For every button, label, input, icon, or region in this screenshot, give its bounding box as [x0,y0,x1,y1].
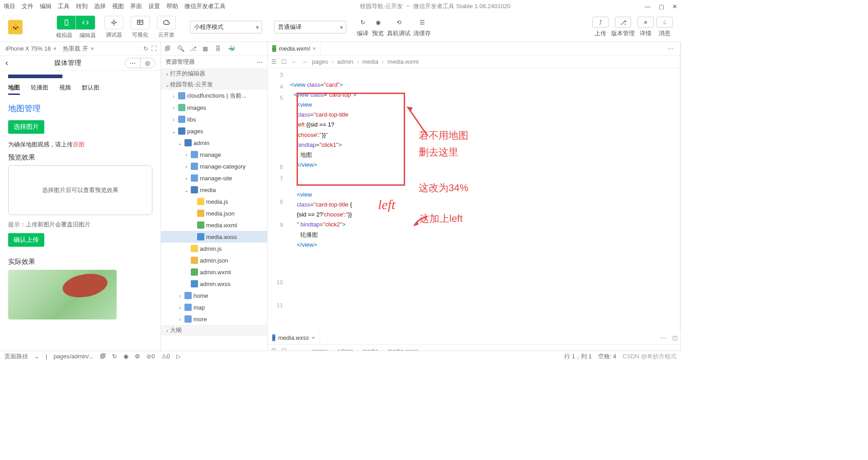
tree-item[interactable]: ›manage-category [161,160,267,172]
debugger-toggle[interactable] [104,16,123,29]
nav-fwd-icon[interactable]: → [302,58,307,65]
stat-icon[interactable]: ⚠0 [161,353,170,360]
visual-toggle[interactable] [131,16,150,29]
tree-item[interactable]: ›libs [161,113,267,125]
open-editors-section[interactable]: ›打开的编辑器 [161,68,267,79]
upload-button[interactable]: ⤴上传 [592,17,609,38]
maximize-icon[interactable]: ▢ [659,3,664,10]
cursor-pos[interactable]: 行 1，列 1 [564,352,592,361]
menu-item[interactable]: 项目 [4,2,15,10]
back-icon[interactable] [5,58,11,68]
hotreload-select[interactable]: 热重载 开 [61,44,96,54]
bookmark-icon[interactable]: ☐ [281,58,287,65]
tab-overflow-icon[interactable]: ⋯ [657,334,670,341]
capsule-close-icon[interactable]: ◎ [141,58,155,68]
more-icon[interactable]: ⋯ [257,59,263,66]
cloud-toggle[interactable] [157,16,176,29]
nav-back-icon[interactable]: ← [291,58,297,65]
tab-media-wxml[interactable]: ‹› media.wxml × [268,42,321,55]
tree-item[interactable]: media.js [161,196,267,207]
confirm-upload-button[interactable]: 确认上传 [8,233,44,247]
stat-icon[interactable]: ⚙ [135,353,140,360]
version-button[interactable]: ⎇版本管理 [611,17,635,38]
capsule-button[interactable]: ⋯◎ [125,58,155,68]
split-icon[interactable]: ◫ [672,334,678,341]
menu-item[interactable]: 视图 [112,2,124,10]
menu-item[interactable]: 工具 [58,2,70,10]
sim-expand-icon[interactable]: ⛶ [151,45,157,52]
minimize-icon[interactable]: — [645,3,651,10]
menu-item[interactable]: 文件 [22,2,33,10]
ext-icon[interactable]: ▦ [203,45,211,52]
stat-icon[interactable]: 🗐 [100,353,106,360]
tree-item[interactable]: ›manage-site [161,172,267,184]
clear-cache-button[interactable]: ☰清缓存 [413,17,431,38]
device-select[interactable]: iPhone X 75% 16 [4,44,58,53]
indent-info[interactable]: 空格: 4 [598,352,616,361]
tree-item[interactable]: admin.json [161,254,267,266]
compile-select[interactable]: 普通编译 [274,21,346,33]
branch-icon[interactable]: ⎇ [190,45,198,52]
close-tab-icon[interactable]: × [311,334,315,341]
tree-item[interactable]: ⌄admin [161,137,267,149]
tree-item[interactable]: ›home [161,290,267,301]
capsule-menu-icon[interactable]: ⋯ [125,58,141,68]
stat-icon[interactable]: ▷ [176,353,181,360]
editor-toggle[interactable] [76,16,95,29]
files-icon[interactable]: 🗐 [165,45,173,52]
tree-item[interactable]: ›cloudfunctions | 当前... [161,90,267,102]
menu-item[interactable]: 编辑 [40,2,52,10]
real-debug-button[interactable]: ⟲真机调试 [387,17,410,38]
media-tab[interactable]: 视频 [59,84,71,95]
tab-overflow-icon[interactable]: ⋯ [665,45,677,52]
tree-item[interactable]: media.wxml [161,219,267,231]
stat-icon[interactable]: ↻ [112,353,117,360]
menu-item[interactable]: 微信开发者工具 [184,2,226,10]
breadcrumb[interactable]: pagesadminmediamedia.wxml [312,58,419,65]
media-tab[interactable]: 默认图 [82,84,99,95]
menu-item[interactable]: 转到 [76,2,88,10]
message-button[interactable]: ♤消息 [656,17,673,38]
tree-item[interactable]: media.wxss [161,231,267,243]
tree-item[interactable]: admin.wxss [161,278,267,290]
code-content[interactable]: <view class="card"> <view class="card-to… [288,68,680,331]
tree-item[interactable]: ›more [161,313,267,325]
tree-item[interactable]: ⌄media [161,184,267,196]
detail-button[interactable]: ≡详情 [637,17,654,38]
breadcrumb[interactable]: pagesadminmediamedia.wxss [312,347,418,351]
menu-item[interactable]: 界面 [130,2,142,10]
search-icon[interactable]: 🔍 [177,45,185,52]
nav-back-icon[interactable]: ← [291,347,297,351]
tree-item[interactable]: media.json [161,207,267,219]
list-icon[interactable]: ☰ [271,347,277,351]
list-icon[interactable]: ☰ [271,58,277,65]
tree-item[interactable]: ›manage [161,149,267,160]
choose-image-button[interactable]: 选择图片 [8,120,44,134]
stat-icon[interactable]: ◉ [123,353,128,360]
menu-item[interactable]: 帮助 [166,2,178,10]
project-section[interactable]: ⌄校园导航-云开发 [161,79,267,90]
page-path-label[interactable]: 页面路径 [5,352,28,361]
menu-item[interactable]: 选择 [94,2,106,10]
preview-button[interactable]: ◉预览 [372,17,384,38]
tree-item[interactable]: admin.wxml [161,266,267,278]
page-path-value[interactable]: pages/admin/... [53,353,94,360]
menu-item[interactable]: 设置 [148,2,160,10]
mode-select[interactable]: 小程序模式 [190,21,262,33]
tab-media-wxss[interactable]: # media.wxss × [268,331,320,344]
db-icon[interactable]: 🗄 [215,45,223,52]
close-tab-icon[interactable]: × [312,45,316,52]
media-tab[interactable]: 地图 [8,84,20,95]
bookmark-icon[interactable]: ☐ [281,347,287,351]
stat-icon[interactable]: ⊘0 [146,353,155,360]
tree-item[interactable]: admin.js [161,243,267,254]
close-icon[interactable]: ✕ [672,3,677,10]
outline-section[interactable]: ›大纲 [161,325,267,336]
simulator-toggle[interactable] [57,16,76,29]
docker-icon[interactable]: 🐳 [228,45,236,52]
compile-button[interactable]: ↻编译 [356,17,369,38]
sim-refresh-icon[interactable]: ↻ [143,45,148,52]
media-tab[interactable]: 轮播图 [31,84,48,95]
tree-item[interactable]: ›images [161,102,267,113]
tree-item[interactable]: ›map [161,301,267,313]
